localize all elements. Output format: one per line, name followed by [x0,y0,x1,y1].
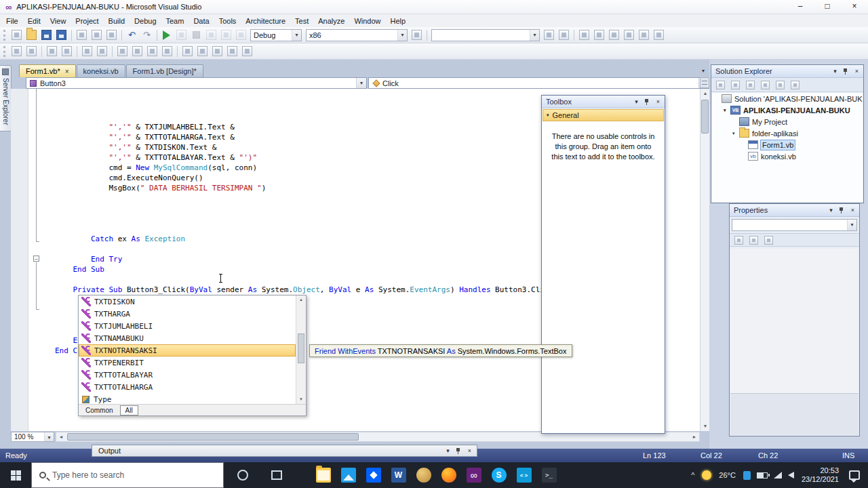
chevron-down-icon[interactable]: ▾ [44,432,54,441]
expander-icon[interactable]: ▾ [724,108,730,113]
close-icon[interactable]: × [849,206,856,215]
toggle-bookmark-button[interactable] [115,45,130,58]
step-into-button[interactable] [204,28,218,42]
object-browser-button[interactable] [607,28,621,42]
new-project-button[interactable] [9,28,24,42]
properties-window-button[interactable] [592,28,606,42]
navigate-backward-button[interactable] [9,45,24,58]
tree-item-form1-vb[interactable]: ▾ Form1.vb [712,139,863,150]
intellisense-item-txtnotransaksi[interactable]: TXTNOTRANSAKSI [79,344,296,357]
close-icon[interactable]: × [654,98,662,106]
error-list-button[interactable] [637,28,651,42]
tray-network-icon[interactable] [774,472,782,479]
copy-button[interactable] [90,28,104,42]
menu-item[interactable]: Analyze [313,16,349,26]
window-position-icon[interactable]: ▾ [827,206,835,215]
auto-hide-pin-icon[interactable] [455,447,462,455]
tray-battery-icon[interactable] [757,472,768,479]
action-center-icon[interactable] [849,470,860,480]
menu-item[interactable]: Data [189,16,214,26]
menu-item[interactable]: Edit [23,16,45,26]
taskbar-file-explorer-button[interactable] [311,462,336,488]
intellisense-item-txtnamabuku[interactable]: TXTNAMABUKU [79,332,296,344]
undo-button[interactable] [125,28,139,42]
menu-item[interactable]: Debug [130,16,161,26]
minimize-button[interactable]: – [787,0,814,14]
find-combo[interactable]: ▾ [431,29,540,41]
tree-item-folder-aplikasi[interactable]: ▾ folder-aplikasi [712,127,863,139]
collapse-region-icon[interactable]: – [33,256,39,262]
maximize-button[interactable]: □ [814,0,841,14]
close-tab-icon[interactable]: × [65,68,69,75]
tree-item-project[interactable]: ▾ APLIKASI-PENJUALAN-BUKU [712,104,863,116]
window-position-icon[interactable]: ▾ [633,98,640,106]
se-show-all-files-button[interactable] [729,79,742,91]
intellisense-item-txtpenerbit[interactable]: TXTPENERBIT [79,357,296,369]
intellisense-item-txtharga[interactable]: TXTHARGA [79,308,296,320]
taskbar-laragon-button[interactable] [411,462,436,488]
intellisense-item-txttotalharga[interactable]: TXTTOTALHARGA [79,381,296,393]
editor-splitter-handle[interactable] [700,77,709,88]
taskbar-search-input[interactable]: Type here to search [31,462,224,488]
se-view-code-button[interactable] [759,79,772,91]
tray-volume-icon[interactable] [788,472,794,479]
prop-categorized-button[interactable] [732,234,745,246]
save-button[interactable] [39,28,54,42]
line-numbers-button[interactable] [210,45,224,58]
comment-button[interactable] [80,45,94,58]
word-wrap-button[interactable] [195,45,210,58]
window-position-icon[interactable]: ▾ [831,67,839,76]
collapse-button[interactable] [225,45,239,58]
cut-button[interactable] [75,28,89,42]
immediate-window-button[interactable] [652,28,666,42]
scroll-up-icon[interactable]: ▲ [296,296,306,304]
solution-tree[interactable]: ▾ Solution 'APLIKASI-PENJUALAN-BUKU ▾ AP… [712,93,863,202]
intellisense-item-type[interactable]: Type [79,393,296,404]
menu-item[interactable]: File [1,16,23,26]
tab-form1-design[interactable]: Form1.vb [Design]* × [126,64,203,77]
save-all-button[interactable] [54,28,68,42]
next-bookmark-button[interactable] [145,45,159,58]
previous-bookmark-button[interactable] [130,45,144,58]
intellisense-item-txttotalbayar[interactable]: TXTTOTALBAYAR [79,369,296,381]
taskbar-dropbox-button[interactable] [361,462,386,488]
menu-item[interactable]: Window [349,16,385,26]
tab-form1-vb[interactable]: Form1.vb* × [19,64,76,77]
window-position-icon[interactable]: ▾ [444,447,452,455]
intellisense-scrollbar[interactable]: ▲ ▼ [296,296,306,404]
decrease-indent-button[interactable] [45,45,59,58]
weather-temperature[interactable]: 26°C [719,471,736,479]
toolbox-group-general[interactable]: ▾ General [542,109,664,121]
solution-platforms-combo[interactable]: x86 ▾ [306,29,408,41]
scroll-up-icon[interactable]: ▲ [701,89,710,98]
intellisense-tab-common[interactable]: Common [81,406,118,415]
editor-zoom-combo[interactable]: 100 % ▾ [11,432,54,442]
tab-koneksi-vb[interactable]: koneksi.vb × [77,64,125,77]
scrollbar-thumb[interactable] [701,100,709,134]
scroll-down-icon[interactable]: ▼ [701,422,710,431]
server-explorer-autohide-tab[interactable]: Server Explorer [0,65,12,131]
events-dropdown[interactable]: Click ▾ [368,77,709,89]
se-class-diagram-button[interactable] [789,79,802,91]
step-out-button[interactable] [234,28,248,42]
taskbar-firefox-button[interactable] [436,462,461,488]
solution-configurations-combo[interactable]: Debug ▾ [250,29,302,41]
menu-item[interactable]: Architecture [241,16,290,26]
close-button[interactable]: × [841,0,868,14]
clear-bookmarks-button[interactable] [160,45,174,58]
close-icon[interactable]: × [466,447,473,455]
weather-sun-icon[interactable] [702,470,711,480]
properties-title-bar[interactable]: Properties ▾ × [730,204,859,217]
objects-dropdown[interactable]: Button3 ▾ [26,77,367,89]
task-view-button[interactable] [262,462,292,488]
taskbar-word-button[interactable] [386,462,411,488]
taskbar-visual-studio-button[interactable] [461,462,486,488]
menu-item[interactable]: Tools [214,16,241,26]
quick-find-button[interactable] [542,28,556,42]
outlining-margin[interactable]: – [29,89,52,431]
menu-item[interactable]: Build [104,16,130,26]
toolbox-title-bar[interactable]: Toolbox ▾ × [542,96,665,108]
display-objects-button[interactable] [180,45,195,58]
cortana-button[interactable] [224,462,262,488]
menu-item[interactable]: Project [71,16,103,26]
